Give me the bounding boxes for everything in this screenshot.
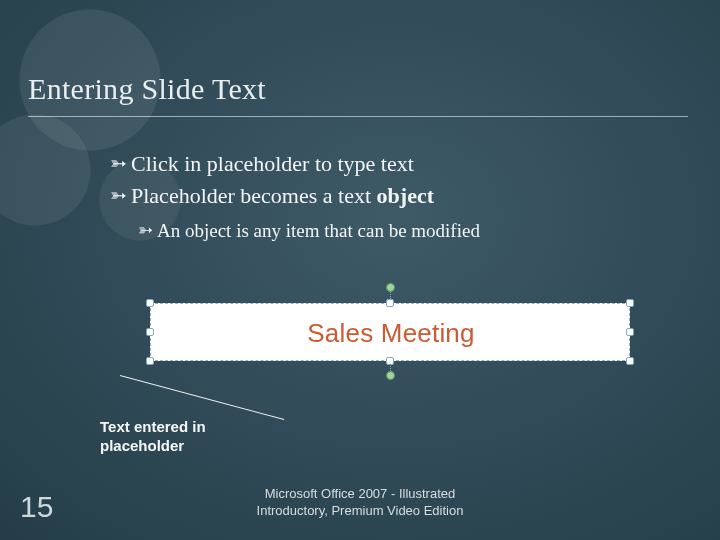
slide-canvas: Entering Slide Text ➳Click in placeholde… [0,0,720,540]
bullet-list: ➳Click in placeholder to type text ➳Plac… [110,148,650,212]
bullet-glyph: ➳ [138,218,153,243]
footer: Microsoft Office 2007 - Illustrated Intr… [0,486,720,520]
callout-line [120,375,284,420]
bullet-glyph: ➳ [110,149,127,178]
footer-line-1: Microsoft Office 2007 - Illustrated [265,486,456,501]
footer-line-2: Introductory, Premium Video Edition [257,503,464,518]
placeholder-illustration: Sales Meeting [150,285,630,380]
bullet-item-2-text-a: Placeholder becomes a text [131,183,377,208]
resize-handle-icon [626,299,634,307]
callout-label: Text entered in placeholder [100,418,270,456]
resize-handle-icon [626,328,634,336]
sub-bullet-item-1-text: An object is any item that can be modifi… [157,220,480,241]
resize-handle-icon [146,328,154,336]
resize-handle-icon [386,299,394,307]
placeholder-box: Sales Meeting [150,303,630,361]
bullet-item-1-text: Click in placeholder to type text [131,151,414,176]
bullet-item-2-text-b: object [377,183,434,208]
bottom-handle-icon [386,371,395,380]
resize-handle-icon [146,357,154,365]
resize-handle-icon [386,357,394,365]
title-block: Entering Slide Text [28,72,688,117]
placeholder-text: Sales Meeting [151,304,631,362]
sub-bullet-item-1: ➳An object is any item that can be modif… [138,218,668,245]
bullet-glyph: ➳ [110,181,127,210]
resize-handle-icon [626,357,634,365]
resize-handle-icon [146,299,154,307]
rotate-handle-icon [386,283,395,292]
bullet-item-2: ➳Placeholder becomes a text object [110,180,650,212]
title-rule [28,116,688,117]
bullet-item-1: ➳Click in placeholder to type text [110,148,650,180]
slide-title: Entering Slide Text [28,72,688,106]
sub-bullet-list: ➳An object is any item that can be modif… [138,218,668,245]
